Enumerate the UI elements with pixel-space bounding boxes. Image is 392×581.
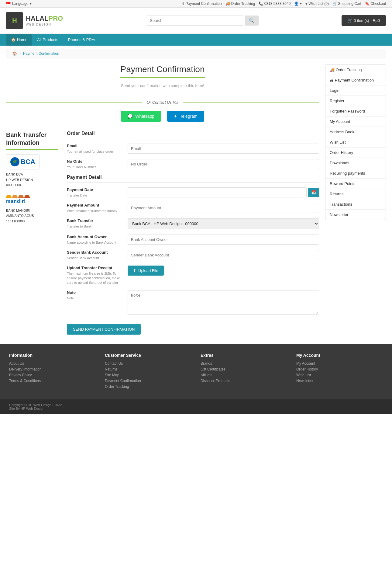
footer-wish-list[interactable]: Wish List	[296, 373, 383, 377]
nav-all-products[interactable]: All Products	[32, 34, 63, 46]
footer-about-us[interactable]: About Us	[9, 361, 96, 366]
nav-home[interactable]: 🏠 Home	[6, 34, 32, 46]
footer-contact-us[interactable]: Contact Us	[105, 361, 191, 366]
footer-info: Information About Us Delivery Informatio…	[9, 353, 96, 390]
sidebar: 🚚 Order Tracking 🖨 Payment Confirmation …	[325, 64, 386, 335]
sidebar-item-order-history[interactable]: Order History	[325, 148, 386, 158]
footer-returns[interactable]: Returns	[105, 367, 191, 371]
footer-account-title: My Account	[296, 353, 383, 358]
footer-privacy-policy[interactable]: Privacy Policy	[9, 373, 96, 377]
no-order-input-wrap	[128, 159, 319, 169]
payment-date-label: Payment Date Transfer Date	[67, 187, 122, 197]
mandiri-account-name: AMINANTO AGUS	[6, 213, 58, 219]
footer-order-tracking[interactable]: Order Tracking	[105, 384, 191, 389]
user-icon: 👤	[294, 2, 299, 6]
note-row: Note Note	[67, 290, 319, 315]
language-selector[interactable]: Language	[12, 2, 28, 6]
sidebar-item-downloads[interactable]: Downloads	[325, 158, 386, 168]
top-bar: 🇮🇩 Language ▾ 🖨 Payment Confirmation 🚚 O…	[0, 0, 392, 8]
search-input[interactable]	[146, 16, 243, 26]
form-section: Order Detail Email Your email used for p…	[67, 131, 319, 335]
bca-account-name: HP WEB DESIGN	[6, 177, 58, 183]
header: H HALALPRO WEB DESIGN 🔍 🛒 0 item(s) - Rp…	[0, 8, 392, 34]
footer-order-history[interactable]: Order History	[296, 367, 383, 371]
logo-icon: H	[6, 12, 23, 29]
sidebar-item-recurring-payments[interactable]: Recurring payments	[325, 168, 386, 179]
footer-bottom: Copyright © HP Web Design - 2022 Site By…	[0, 399, 392, 414]
upload-button[interactable]: ⬆ Upload File	[128, 266, 164, 276]
footer-account: My Account My Account Order History Wish…	[296, 353, 383, 390]
email-row: Email Your email used for place order	[67, 144, 319, 154]
payment-date-row: Payment Date Transfer Date 2022-02-23 📅	[67, 187, 319, 197]
sidebar-item-order-tracking[interactable]: 🚚 Order Tracking	[325, 65, 386, 75]
sidebar-item-newsletter[interactable]: Newsletter	[325, 210, 386, 220]
top-account[interactable]: 👤 ▾	[294, 2, 301, 6]
footer-delivery-info[interactable]: Delivery Information	[9, 367, 96, 371]
nav-phones[interactable]: Phones & PDAs	[63, 34, 101, 46]
telegram-button[interactable]: ✈ Telegram	[167, 111, 204, 122]
footer-newsletter[interactable]: Newsletter	[296, 379, 383, 383]
logo[interactable]: H HALALPRO WEB DESIGN	[6, 12, 63, 29]
upload-row: Upload Transfer Receipt The maximum file…	[67, 266, 319, 285]
footer-terms[interactable]: Terms & Conditions	[9, 379, 96, 383]
mandiri-detail: BANK MANDIRI AMINANTO AGUS 1111100000	[6, 208, 58, 224]
footer-site-map[interactable]: Site Map	[105, 373, 191, 377]
bank-transfer-select[interactable]: Bank BCA - HP Web Design - 000000	[128, 218, 319, 229]
top-phone[interactable]: 📞 0813 5883 3040	[259, 2, 291, 6]
footer-discount-products[interactable]: Discount Products	[201, 379, 287, 383]
top-wishlist[interactable]: ♥ Wish List (0)	[305, 2, 329, 6]
credit-card-icon: 🖨	[181, 2, 185, 6]
or-contact: Or Contact Us Via	[6, 100, 319, 105]
sidebar-item-login[interactable]: Login	[325, 85, 386, 96]
sidebar-item-returns[interactable]: Returns	[325, 189, 386, 199]
top-cart[interactable]: 🛒 Shopping Cart	[332, 2, 361, 6]
breadcrumb-home[interactable]: 🏠	[12, 51, 17, 56]
footer-my-account[interactable]: My Account	[296, 361, 383, 366]
sender-bank-account-label: Sender Bank Account Sender Bank Account	[67, 250, 122, 260]
footer-brands[interactable]: Brands	[201, 361, 287, 366]
mandiri-logo: mandiri	[6, 193, 40, 206]
divider-right	[183, 102, 319, 103]
logo-tagline: WEB DESIGN	[26, 23, 63, 26]
upload-label: Upload Transfer Receipt The maximum file…	[67, 266, 122, 285]
sidebar-item-forgotten-password[interactable]: Forgotten Password	[325, 106, 386, 117]
cart-button[interactable]: 🛒 0 item(s) - Rp0	[342, 15, 386, 26]
sidebar-item-address-book[interactable]: Address Book	[325, 127, 386, 137]
footer-gift-certificates[interactable]: Gift Certificates	[201, 367, 287, 371]
email-input[interactable]	[128, 144, 319, 154]
footer-extras: Extras Brands Gift Certificates Affiliat…	[201, 353, 287, 390]
bca-account-number: 00000000	[6, 183, 58, 188]
contact-buttons: 💬 Whatsapp ✈ Telegram	[6, 111, 319, 122]
bank-account-owner-label: Bank Account Owner Name according to Ban…	[67, 235, 122, 245]
calendar-button[interactable]: 📅	[308, 188, 319, 197]
breadcrumb-sep: ›	[19, 51, 21, 56]
payment-date-input[interactable]: 2022-02-23	[128, 187, 307, 197]
top-order-tracking[interactable]: 🚚 Order Tracking	[225, 2, 255, 6]
breadcrumb: 🏠 › Payment Confirmation	[6, 49, 386, 58]
truck-icon: 🚚	[225, 2, 230, 6]
mandiri-word: mandiri	[6, 199, 30, 204]
footer-payment-confirmation[interactable]: Payment Confirmation	[105, 379, 191, 383]
whatsapp-button[interactable]: 💬 Whatsapp	[121, 111, 161, 122]
sidebar-item-payment-confirmation[interactable]: 🖨 Payment Confirmation	[325, 75, 386, 85]
note-textarea[interactable]	[128, 290, 319, 315]
copyright: Copyright © HP Web Design - 2022	[9, 403, 62, 407]
sidebar-item-my-account[interactable]: My Account	[325, 117, 386, 127]
page-subtitle: Send your confirmation with complete thi…	[6, 83, 319, 88]
sidebar-item-wish-list[interactable]: Wish List	[325, 137, 386, 148]
sidebar-item-register[interactable]: Register	[325, 96, 386, 106]
search-button[interactable]: 🔍	[245, 16, 259, 26]
heart-icon: ♥	[305, 2, 308, 6]
sidebar-item-reward-points[interactable]: Reward Points	[325, 179, 386, 189]
sender-bank-account-input[interactable]	[128, 250, 319, 260]
no-order-input[interactable]	[128, 159, 319, 169]
top-checkout[interactable]: 🔖 Checkout	[365, 2, 386, 6]
payment-amount-input[interactable]	[128, 203, 319, 213]
sidebar-item-transactions[interactable]: Transactions	[325, 199, 386, 210]
top-payment-confirmation[interactable]: 🖨 Payment Confirmation	[181, 2, 222, 6]
top-bar-left: 🇮🇩 Language ▾	[6, 2, 32, 6]
footer-affiliate[interactable]: Affiliate	[201, 373, 287, 377]
svg-text:H: H	[12, 17, 17, 24]
bank-account-owner-input[interactable]	[128, 235, 319, 245]
send-payment-button[interactable]: SEND PAYMENT CONFIRMATION	[67, 324, 141, 335]
